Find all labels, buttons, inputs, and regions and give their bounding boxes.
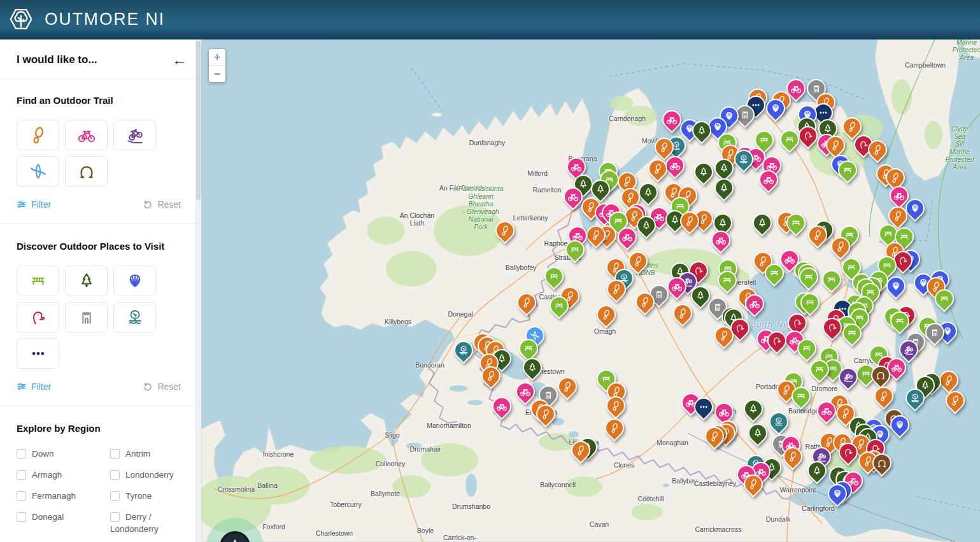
map-pin-walk[interactable] xyxy=(946,391,965,410)
map-pin-walk[interactable] xyxy=(536,404,555,424)
map-pin-forest[interactable] xyxy=(639,183,658,202)
region-checkbox-tyrone[interactable]: Tyrone xyxy=(110,490,185,502)
map-pin-park[interactable] xyxy=(544,267,564,286)
places-more-places-button[interactable] xyxy=(17,338,59,369)
places-reset-button[interactable]: Reset xyxy=(143,382,181,392)
map-pin-cycle[interactable] xyxy=(618,227,637,246)
map-pin-park[interactable] xyxy=(765,264,784,283)
map-pin-park[interactable] xyxy=(786,213,806,232)
trail-water-trails-button[interactable] xyxy=(17,156,59,187)
map-pin-walk[interactable] xyxy=(495,221,515,240)
map-pin-walk[interactable] xyxy=(517,293,536,312)
map-pin-walk[interactable] xyxy=(606,396,625,415)
trail-horse-riding-trails-button[interactable] xyxy=(65,156,108,187)
map-pin-cycle[interactable] xyxy=(745,294,764,313)
map-pin-forest[interactable] xyxy=(591,180,610,199)
map-pin-treewater[interactable] xyxy=(769,412,788,431)
map-pin-treewater[interactable] xyxy=(734,150,753,169)
map-pin-park[interactable] xyxy=(550,296,569,315)
region-checkbox-donegal[interactable]: Donegal xyxy=(17,511,110,535)
map-pin-shell[interactable] xyxy=(766,99,785,118)
map-pin-cycle[interactable] xyxy=(714,403,734,422)
map-pin-shell[interactable] xyxy=(905,199,925,218)
map-pin-bird[interactable] xyxy=(788,313,807,332)
map-pin-cycle[interactable] xyxy=(667,277,686,296)
map-pin-cycle[interactable] xyxy=(662,110,681,129)
map-pin-cycle[interactable] xyxy=(711,231,730,250)
map-pin-more[interactable] xyxy=(694,397,713,417)
map-pin-horse[interactable] xyxy=(872,453,891,473)
map-pin-walk[interactable] xyxy=(831,237,850,256)
map-pin-treewater[interactable] xyxy=(905,389,925,408)
map-pin-forest[interactable] xyxy=(713,213,732,232)
map-pin-walk[interactable] xyxy=(842,117,862,136)
map-pin-walk[interactable] xyxy=(597,305,616,324)
map-pin-walk[interactable] xyxy=(680,211,699,231)
collapse-sidebar-arrow-icon[interactable]: ← xyxy=(172,52,187,68)
sidebar-scrollbar[interactable] xyxy=(195,39,201,542)
map-pin-cycle[interactable] xyxy=(665,156,685,175)
region-checkbox-armagh[interactable]: Armagh xyxy=(17,469,110,481)
map-pin-forest[interactable] xyxy=(523,358,542,377)
map-pin-park[interactable] xyxy=(935,289,954,308)
trail-reset-button[interactable]: Reset xyxy=(143,199,181,210)
brand[interactable]: OUTMORE NI xyxy=(6,4,171,34)
map-pin-cycle[interactable] xyxy=(817,401,836,420)
region-checkbox-fermanagh[interactable]: Fermanagh xyxy=(17,490,110,502)
checkbox-icon[interactable] xyxy=(110,470,120,480)
map-pin-forest[interactable] xyxy=(714,178,734,197)
checkbox-icon[interactable] xyxy=(110,449,120,459)
places-forests-button[interactable] xyxy=(65,266,108,296)
map-pin-walk[interactable] xyxy=(605,418,624,438)
map-pin-walk[interactable] xyxy=(886,168,905,187)
checkbox-icon[interactable] xyxy=(17,470,26,480)
places-beaches-button[interactable] xyxy=(113,266,156,296)
region-checkbox-derry-londonderry[interactable]: Derry / Londonderry xyxy=(110,511,185,535)
map-pin-walk[interactable] xyxy=(874,387,893,406)
map-pin-bird[interactable] xyxy=(767,331,786,350)
places-country-parks-button[interactable] xyxy=(113,302,156,332)
places-heritage-sites-button[interactable] xyxy=(65,302,108,332)
map-pin-walk[interactable] xyxy=(586,225,606,245)
map-pin-mtb[interactable] xyxy=(839,367,858,387)
trail-walking-trails-button[interactable] xyxy=(17,120,59,150)
zoom-in-button[interactable]: + xyxy=(209,49,225,66)
map-pin-park[interactable] xyxy=(755,131,774,150)
map-pin-cycle[interactable] xyxy=(516,382,535,401)
region-checkbox-antrim[interactable]: Antrim xyxy=(110,448,185,460)
map-pin-bird[interactable] xyxy=(799,126,818,145)
map-pin-park[interactable] xyxy=(792,387,811,406)
map-pin-walk[interactable] xyxy=(783,447,802,466)
map-pin-walk[interactable] xyxy=(714,326,734,345)
map-pin-park[interactable] xyxy=(780,130,799,149)
map-pin-treewater[interactable] xyxy=(454,341,473,360)
map-pin-cycle[interactable] xyxy=(492,397,511,416)
map-pin-walk[interactable] xyxy=(558,377,577,396)
map-pin-walk[interactable] xyxy=(705,427,724,446)
checkbox-icon[interactable] xyxy=(17,449,26,459)
checkbox-icon[interactable] xyxy=(17,491,26,501)
places-parks-button[interactable] xyxy=(17,266,59,296)
checkbox-icon[interactable] xyxy=(110,512,120,522)
map-pin-forest[interactable] xyxy=(691,286,710,305)
map-pin-park[interactable] xyxy=(799,267,818,287)
checkbox-icon[interactable] xyxy=(17,512,26,522)
region-checkbox-down[interactable]: Down xyxy=(17,448,110,460)
map-pin-walk[interactable] xyxy=(636,292,655,311)
sidebar-scrollbar-thumb[interactable] xyxy=(196,41,201,200)
map-pin-park[interactable] xyxy=(718,271,737,290)
map-pin-walk[interactable] xyxy=(744,474,763,494)
map-pin-walk[interactable] xyxy=(607,280,626,299)
map-pin-walk[interactable] xyxy=(655,138,674,157)
map-pin-walk[interactable] xyxy=(628,252,648,271)
map-pin-walk[interactable] xyxy=(868,140,887,159)
map-pin-park[interactable] xyxy=(565,240,585,259)
trail-filter-button[interactable]: Filter xyxy=(17,199,51,210)
places-filter-button[interactable]: Filter xyxy=(17,382,51,392)
map-pin-park[interactable] xyxy=(800,293,820,312)
trail-mountain-biking-trails-button[interactable] xyxy=(113,120,156,150)
map-pin-forest[interactable] xyxy=(692,121,711,140)
map-pin-walk[interactable] xyxy=(808,225,827,245)
map-pin-park[interactable] xyxy=(797,339,816,358)
trail-cycling-trails-button[interactable] xyxy=(65,120,108,150)
